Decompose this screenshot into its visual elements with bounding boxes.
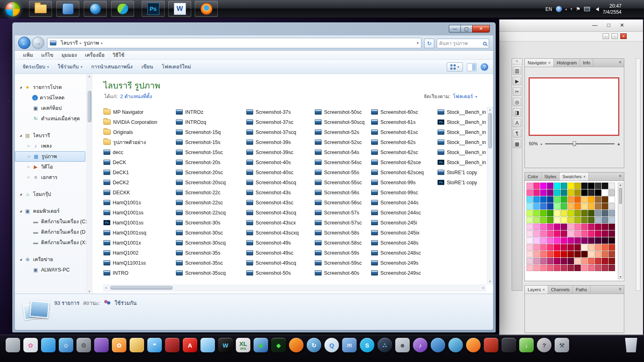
color-swatch[interactable] [568,183,574,189]
color-swatch[interactable] [595,196,601,203]
menu-item[interactable]: แก้ไข [37,50,57,60]
back-button[interactable] [18,37,31,49]
color-swatch[interactable] [602,217,608,223]
dock-finder-app-icon[interactable]: ☺ [59,338,73,352]
expander-icon[interactable]: ◢ [18,86,23,89]
tab-info[interactable]: Info [580,59,593,67]
color-swatch[interactable] [588,183,594,189]
scroll-up-icon[interactable]: ▲ [87,75,92,78]
file-item[interactable]: MP Navigator [103,107,174,117]
color-swatch[interactable] [533,210,540,216]
file-item[interactable]: Screenshot-62s [371,137,436,147]
close-button[interactable] [472,25,490,33]
close-icon[interactable]: × [583,175,586,179]
color-swatch[interactable] [568,196,574,203]
file-item[interactable]: Screenshot-30scq [176,238,245,248]
color-swatch[interactable] [533,203,540,210]
color-swatch[interactable] [581,196,588,203]
taskbar-button-word[interactable]: W [168,1,191,17]
paragraph-icon[interactable]: ¶ [513,129,521,138]
color-swatch[interactable] [533,237,540,244]
sidebar-item-drive[interactable]: ▬ดิสก์ภายในเครื่อง (D [15,227,87,237]
color-swatch[interactable] [581,237,588,244]
expander-icon[interactable]: ◢ [18,258,23,261]
doc-restore-icon[interactable]: ▫ [611,33,618,39]
color-swatch[interactable] [547,237,553,244]
color-swatch[interactable] [574,217,581,223]
color-swatch[interactable] [588,237,594,244]
file-item[interactable]: DECKK [103,187,174,197]
file-item[interactable]: Screenshot-99s [371,177,436,187]
file-item[interactable]: Screenshot-55sc [315,177,369,187]
color-swatch[interactable] [581,217,588,223]
color-swatch[interactable] [561,217,567,223]
horizontal-scrollbar[interactable]: ◂ ▸ [103,285,486,291]
color-swatch[interactable] [568,203,574,210]
sidebar-item-recent[interactable]: ↻ตำแหน่งเมื่อล่าสุด [15,113,87,124]
grid-icon[interactable]: ▦ [513,140,521,148]
file-item[interactable]: Screenshot-59sc [315,258,369,268]
chevron-down-icon[interactable]: ▾ [571,7,572,11]
dock-trash-icon[interactable] [624,338,638,352]
mask-icon[interactable]: ◨ [513,108,521,117]
file-item[interactable]: Screenshot-56s [315,187,369,197]
color-swatch[interactable] [581,210,588,216]
color-swatch[interactable] [574,224,581,230]
file-item[interactable]: Screenshot-43s [246,187,313,197]
dock-excel-app-icon[interactable]: XL2011 [236,338,250,352]
ps-collapsed-panel-strip[interactable]: ▥▶✂◎◨A¶▦ [512,58,522,291]
color-swatch[interactable] [561,258,567,264]
menu-item[interactable]: แฟ้ม [19,50,37,60]
taskbar-button-explorer-folder[interactable] [29,1,52,17]
file-item[interactable]: Screenshot-40s [246,157,313,167]
color-swatch[interactable] [574,210,581,216]
close-icon[interactable]: ✕ [620,22,624,28]
color-swatch[interactable] [595,224,601,230]
dock-contacts-app-icon[interactable]: ☻ [395,338,410,352]
color-swatch[interactable] [554,251,560,257]
file-item[interactable]: Screenshot-39sc [246,147,313,157]
taskbar-button-app-globe[interactable] [84,1,107,17]
expander-icon[interactable]: ▷ [26,144,31,148]
file-item[interactable]: HamQ1001s [103,197,174,208]
file-item[interactable]: Screenshot-22c [176,187,245,197]
file-item[interactable]: Screenshot-56sc [315,197,369,208]
file-item[interactable]: Stock__Bench_in_th [438,137,486,147]
taskbar-button-app-blue[interactable] [56,1,79,17]
start-button[interactable] [5,1,21,17]
minimize-button[interactable] [449,25,460,33]
tab-swatches[interactable]: Swatches× [559,173,589,181]
color-swatch[interactable] [602,224,608,230]
color-swatch[interactable] [574,189,581,196]
color-swatch[interactable] [602,203,608,210]
dock-theater-app-icon[interactable] [165,338,180,352]
panel-icon[interactable]: ▥ [513,66,521,75]
color-swatch[interactable] [526,183,533,189]
color-swatch[interactable] [609,251,615,257]
dock-question-app-icon[interactable]: ? [537,338,551,352]
scroll-right-icon[interactable]: ▸ [483,286,484,290]
language-indicator[interactable]: EN [545,6,552,12]
color-swatch[interactable] [554,196,560,203]
color-swatch[interactable] [574,203,581,210]
address-dropdown-icon[interactable]: ▾ [417,41,419,45]
dock-network-app-icon[interactable]: ∴ [378,338,392,352]
color-swatch[interactable] [526,265,533,271]
color-swatch[interactable] [602,189,608,196]
color-swatch[interactable] [595,258,601,264]
scroll-down-icon[interactable]: ▼ [487,280,493,283]
command-item[interactable]: ใช้ร่วมกับ▾ [53,61,87,72]
color-swatch[interactable] [533,183,540,189]
color-swatch[interactable] [561,230,567,237]
color-swatch[interactable] [533,217,540,223]
file-item[interactable]: Screenshot-40scq [246,177,313,187]
color-swatch[interactable] [547,258,553,264]
color-swatch[interactable] [609,196,615,203]
file-item[interactable]: Screenshot-58sc [315,238,369,248]
color-swatch[interactable] [554,258,560,264]
file-item[interactable]: Screenshot-62sceq [371,167,436,177]
color-swatch[interactable] [588,224,594,230]
sidebar-item-videos[interactable]: ▷▶วิดีโอ [15,162,87,172]
file-item[interactable]: Screenshot-58s [315,228,369,238]
dock-green-arrow-app-icon[interactable]: ↓ [519,338,534,352]
